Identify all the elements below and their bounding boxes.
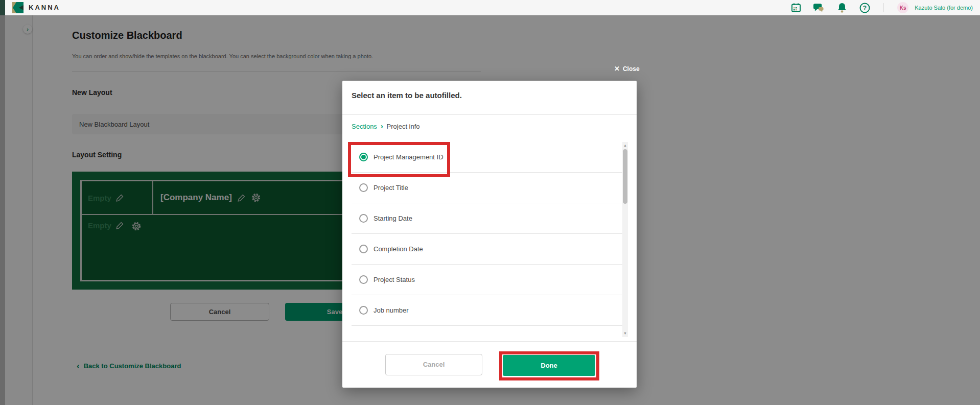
header-divider [883,3,884,12]
radio-icon[interactable] [359,183,368,192]
breadcrumb-sections-link[interactable]: Sections [352,123,377,130]
notifications-bell-icon[interactable] [836,3,847,13]
list-item-completion-date[interactable]: Completion Date [352,234,622,265]
radio-icon[interactable] [359,306,368,315]
list-item-project-status[interactable]: Project Status [352,265,622,295]
modal-close-button[interactable]: ✕ Close [614,65,640,73]
breadcrumb-current: Project info [387,123,420,130]
modal-footer-divider [342,341,637,342]
modal-cancel-button[interactable]: Cancel [385,354,482,375]
help-icon[interactable]: ? [859,3,870,13]
user-name[interactable]: Kazuto Sato (for demo) [915,5,973,11]
autofill-modal: Select an item to be autofilled. Section… [342,81,637,388]
chat-icon[interactable] [813,3,824,13]
brand-name: KANNA [29,0,60,15]
header-actions: ? Ks Kazuto Sato (for demo) [790,0,973,15]
kanna-logo-icon[interactable] [12,2,24,13]
user-avatar[interactable]: Ks [897,2,908,13]
radio-icon[interactable] [359,214,368,223]
scroll-up-icon[interactable]: ▲ [622,143,628,148]
top-header: KANNA [5,0,980,15]
breadcrumb: Sections › Project info [352,122,420,130]
scrollbar-thumb[interactable] [623,149,627,204]
chevron-right-icon: › [381,122,383,130]
radio-icon[interactable] [359,245,368,253]
list-scrollbar[interactable]: ▲ ▼ [622,142,628,337]
svg-text:?: ? [863,5,867,12]
modal-header-divider [342,114,637,115]
list-item-starting-date[interactable]: Starting Date [352,203,622,234]
annotation-box-done-button [499,351,599,380]
app-screen: KANNA [0,0,980,405]
close-label: Close [623,65,640,73]
annotation-box-selected-item [348,142,450,177]
list-item-job-number[interactable]: Job number [352,295,622,326]
calendar-icon[interactable] [790,3,801,13]
radio-icon[interactable] [359,275,368,284]
list-item-project-title[interactable]: Project Title [352,173,622,203]
close-icon: ✕ [614,65,620,73]
modal-title: Select an item to be autofilled. [352,91,462,100]
window-edge-strip-top [0,0,5,15]
scroll-down-icon[interactable]: ▼ [622,331,628,336]
